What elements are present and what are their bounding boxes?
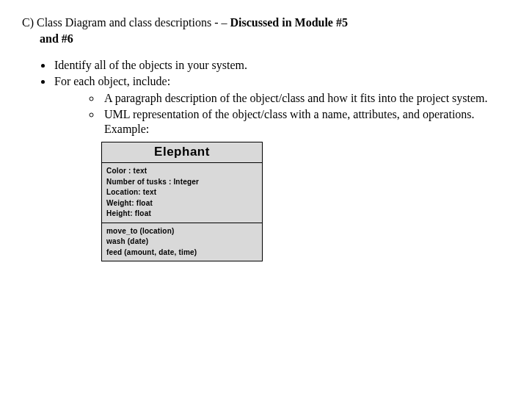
uml-attribute: Color : text — [106, 166, 258, 177]
sub-bullet-item: A paragraph description of the object/cl… — [101, 91, 510, 106]
bullet-item: Identify all of the objects in your syst… — [53, 58, 510, 73]
section-title: Class Diagram and class descriptions - – — [37, 16, 230, 29]
uml-class-name: Elephant — [102, 142, 262, 163]
sub-bullet-list: A paragraph description of the object/cl… — [54, 91, 510, 137]
bullet-item: For each object, include: A paragraph de… — [53, 74, 510, 137]
section-heading: C) Class Diagram and class descriptions … — [22, 15, 510, 46]
uml-operation: move_to (location) — [106, 226, 258, 237]
bullet-text: For each object, include: — [54, 75, 170, 87]
uml-attribute: Height: float — [106, 209, 258, 220]
uml-attribute: Weight: float — [106, 198, 258, 209]
uml-attribute: Number of tusks : Integer — [106, 177, 258, 188]
uml-attribute: Location: text — [106, 187, 258, 198]
section-bold-cont: and #6 — [40, 31, 510, 47]
section-label: C) — [22, 16, 34, 29]
bullet-list: Identify all of the objects in your syst… — [22, 58, 510, 137]
uml-operation: wash (date) — [106, 236, 258, 247]
uml-attributes: Color : text Number of tusks : Integer L… — [102, 163, 262, 223]
sub-bullet-item: UML representation of the object/class w… — [101, 107, 510, 138]
uml-operations: move_to (location) wash (date) feed (amo… — [102, 223, 262, 261]
uml-class-box: Elephant Color : text Number of tusks : … — [101, 142, 263, 261]
section-bold: Discussed in Module #5 — [230, 16, 348, 29]
uml-operation: feed (amount, date, time) — [106, 247, 258, 259]
